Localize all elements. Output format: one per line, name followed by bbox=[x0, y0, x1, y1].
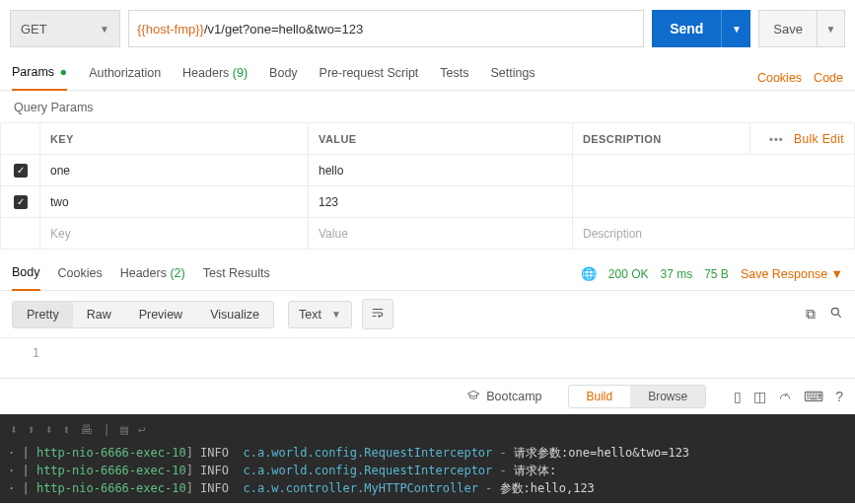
download-icon[interactable]: ⬇ bbox=[10, 420, 18, 440]
mode-segment: Build Browse bbox=[568, 385, 707, 408]
save-response-link[interactable]: Save Response ▼ bbox=[741, 267, 843, 281]
console-line: · | http-nio-6666-exec-10] INFO c.a.worl… bbox=[0, 462, 855, 479]
status-bar: Bootcamp Build Browse ▯ ◫ ⌨ ? bbox=[0, 378, 855, 414]
param-desc[interactable] bbox=[573, 155, 855, 186]
param-key-placeholder[interactable]: Key bbox=[40, 218, 309, 250]
col-desc-header: DESCRIPTION bbox=[573, 123, 750, 155]
pane-split-icon[interactable]: ◫ bbox=[753, 389, 766, 405]
url-input[interactable]: {{host-fmp}}/v1/get?one=hello&two=123 bbox=[128, 10, 644, 47]
bulk-edit-link[interactable]: Bulk Edit bbox=[794, 132, 844, 146]
console-panel: ⬇ ⬆ ⬇ ⬆ 🖶 | ▤ ↩ · | http-nio-6666-exec-1… bbox=[0, 414, 855, 503]
param-key[interactable]: two bbox=[40, 186, 309, 218]
resp-tab-cookies[interactable]: Cookies bbox=[58, 266, 103, 290]
param-key[interactable]: one bbox=[40, 155, 309, 186]
more-icon[interactable]: ••• bbox=[769, 133, 784, 145]
console-toolbar: ⬇ ⬆ ⬇ ⬆ 🖶 | ▤ ↩ bbox=[0, 418, 855, 444]
tab-tests[interactable]: Tests bbox=[440, 66, 468, 90]
print-icon[interactable]: 🖶 bbox=[80, 420, 93, 440]
tab-authorization[interactable]: Authorization bbox=[89, 66, 161, 90]
resp-tab-tests[interactable]: Test Results bbox=[203, 266, 270, 290]
tab-settings[interactable]: Settings bbox=[491, 66, 535, 90]
checkbox-checked-icon[interactable]: ✓ bbox=[14, 164, 28, 178]
send-button[interactable]: Send bbox=[652, 10, 721, 47]
response-view-controls: Pretty Raw Preview Visualize Text▼ ⧉ bbox=[0, 291, 855, 338]
status-size: 75 B bbox=[704, 267, 729, 281]
upload-icon[interactable]: ⬆ bbox=[28, 420, 36, 440]
status-code: 200 OK bbox=[608, 267, 649, 281]
cookies-link[interactable]: Cookies bbox=[757, 71, 802, 85]
response-tabs: Body Cookies Headers (2) Test Results 🌐 … bbox=[0, 255, 855, 291]
layout-icon[interactable]: ▤ bbox=[120, 420, 128, 440]
svg-point-0 bbox=[831, 308, 838, 315]
checkbox-checked-icon[interactable]: ✓ bbox=[14, 195, 28, 209]
pane-single-icon[interactable]: ▯ bbox=[734, 389, 742, 405]
query-params-title: Query Params bbox=[0, 91, 855, 122]
globe-icon[interactable]: 🌐 bbox=[581, 266, 597, 281]
col-value-header: VALUE bbox=[309, 123, 573, 155]
param-value-placeholder[interactable]: Value bbox=[309, 218, 573, 250]
params-table: KEY VALUE DESCRIPTION ••• Bulk Edit ✓ on… bbox=[0, 122, 855, 250]
code-link[interactable]: Code bbox=[814, 71, 843, 85]
tab-prerequest[interactable]: Pre-request Script bbox=[320, 66, 419, 90]
chevron-down-icon: ▼ bbox=[331, 309, 341, 320]
param-desc-placeholder[interactable]: Description bbox=[573, 218, 855, 250]
line-number: 1 bbox=[12, 346, 39, 360]
tab-params[interactable]: Params ● bbox=[12, 65, 67, 91]
console-line: · | http-nio-6666-exec-10] INFO c.a.w.co… bbox=[0, 479, 855, 497]
resp-tab-body[interactable]: Body bbox=[12, 265, 40, 291]
status-time: 37 ms bbox=[661, 267, 693, 281]
table-row-empty[interactable]: Key Value Description bbox=[1, 218, 855, 250]
keyboard-icon[interactable]: ⌨ bbox=[804, 389, 823, 405]
gauge-icon[interactable] bbox=[778, 389, 792, 405]
url-rest: /v1/get?one=hello&two=123 bbox=[204, 22, 363, 36]
dot-indicator-icon: ● bbox=[60, 65, 68, 79]
format-select[interactable]: Text▼ bbox=[288, 301, 352, 328]
table-row[interactable]: ✓ two 123 bbox=[1, 186, 855, 218]
view-mode-segment: Pretty Raw Preview Visualize bbox=[12, 301, 274, 328]
divider-icon: | bbox=[103, 420, 110, 440]
response-body-area[interactable]: 1 bbox=[0, 338, 855, 378]
send-dropdown-button[interactable]: ▼ bbox=[721, 10, 750, 47]
upload-icon[interactable]: ⬆ bbox=[62, 420, 70, 440]
wrap-icon[interactable]: ↩ bbox=[138, 420, 146, 440]
chevron-down-icon: ▼ bbox=[732, 24, 742, 35]
save-dropdown-button[interactable]: ▼ bbox=[818, 10, 845, 47]
view-pretty-button[interactable]: Pretty bbox=[13, 302, 73, 327]
request-bar: GET ▼ {{host-fmp}}/v1/get?one=hello&two=… bbox=[0, 0, 855, 55]
tab-body[interactable]: Body bbox=[269, 66, 298, 90]
table-row[interactable]: ✓ one hello bbox=[1, 155, 855, 186]
view-raw-button[interactable]: Raw bbox=[73, 302, 125, 327]
help-icon[interactable]: ? bbox=[835, 389, 843, 405]
copy-icon[interactable]: ⧉ bbox=[806, 306, 816, 323]
view-preview-button[interactable]: Preview bbox=[125, 302, 196, 327]
resp-tab-headers[interactable]: Headers (2) bbox=[120, 266, 185, 290]
save-button[interactable]: Save bbox=[758, 10, 818, 47]
url-variable: {{host-fmp}} bbox=[137, 22, 204, 36]
graduation-cap-icon bbox=[466, 389, 480, 405]
param-value[interactable]: 123 bbox=[309, 186, 573, 218]
view-visualize-button[interactable]: Visualize bbox=[196, 302, 273, 327]
bootcamp-button[interactable]: Bootcamp bbox=[466, 389, 541, 405]
tab-headers[interactable]: Headers (9) bbox=[182, 66, 248, 90]
browse-button[interactable]: Browse bbox=[630, 386, 705, 407]
svg-line-1 bbox=[837, 314, 840, 317]
wrap-lines-button[interactable] bbox=[362, 299, 393, 329]
request-tabs: Params ● Authorization Headers (9) Body … bbox=[0, 55, 855, 91]
search-icon[interactable] bbox=[829, 306, 843, 323]
params-header-row: KEY VALUE DESCRIPTION ••• Bulk Edit bbox=[1, 123, 855, 155]
http-method-value: GET bbox=[21, 22, 47, 36]
http-method-select[interactable]: GET ▼ bbox=[10, 10, 120, 47]
col-key-header: KEY bbox=[40, 123, 309, 155]
chevron-down-icon: ▼ bbox=[826, 24, 836, 35]
build-button[interactable]: Build bbox=[569, 386, 631, 407]
chevron-down-icon: ▼ bbox=[100, 24, 109, 35]
param-value[interactable]: hello bbox=[309, 155, 573, 186]
console-line: · | http-nio-6666-exec-10] INFO c.a.worl… bbox=[0, 444, 855, 462]
param-desc[interactable] bbox=[573, 186, 855, 218]
download-icon[interactable]: ⬇ bbox=[45, 420, 53, 440]
